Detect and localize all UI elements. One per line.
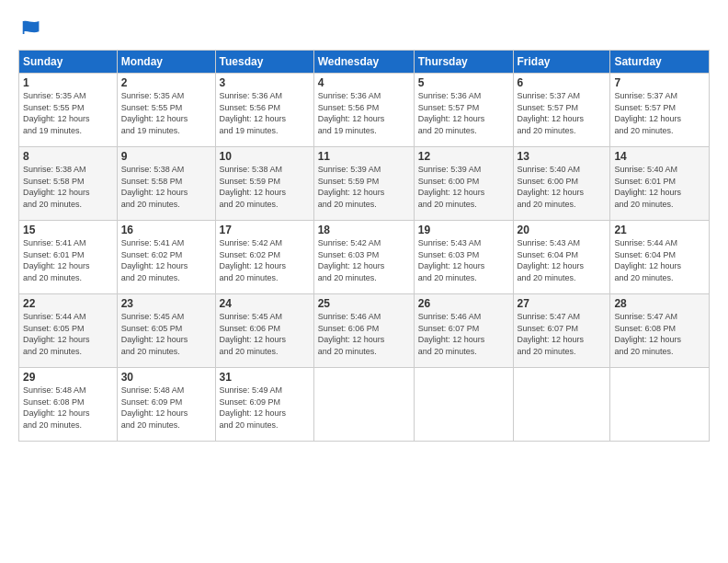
calendar-week-row: 1Sunrise: 5:35 AM Sunset: 5:55 PM Daylig… xyxy=(19,74,710,147)
calendar-header-thursday: Thursday xyxy=(414,51,513,74)
day-info: Sunrise: 5:35 AM Sunset: 5:55 PM Dayligh… xyxy=(23,90,113,136)
day-number: 7 xyxy=(614,76,705,89)
day-number: 11 xyxy=(318,150,410,163)
calendar-day-cell: 6Sunrise: 5:37 AM Sunset: 5:57 PM Daylig… xyxy=(513,74,610,147)
calendar-day-cell: 21Sunrise: 5:44 AM Sunset: 6:04 PM Dayli… xyxy=(610,221,710,294)
day-number: 10 xyxy=(220,150,310,163)
logo xyxy=(18,15,48,40)
day-info: Sunrise: 5:45 AM Sunset: 6:06 PM Dayligh… xyxy=(220,311,310,357)
calendar-header-sunday: Sunday xyxy=(19,51,118,74)
day-info: Sunrise: 5:37 AM Sunset: 5:57 PM Dayligh… xyxy=(518,90,607,136)
day-info: Sunrise: 5:36 AM Sunset: 5:56 PM Dayligh… xyxy=(220,90,310,136)
calendar-day-cell: 23Sunrise: 5:45 AM Sunset: 6:05 PM Dayli… xyxy=(117,294,215,368)
calendar-day-cell: 27Sunrise: 5:47 AM Sunset: 6:07 PM Dayli… xyxy=(513,294,610,368)
day-info: Sunrise: 5:43 AM Sunset: 6:04 PM Dayligh… xyxy=(518,237,607,283)
day-number: 2 xyxy=(121,76,211,89)
calendar-day-cell: 24Sunrise: 5:45 AM Sunset: 6:06 PM Dayli… xyxy=(215,294,313,368)
day-info: Sunrise: 5:36 AM Sunset: 5:56 PM Dayligh… xyxy=(318,90,410,136)
day-number: 8 xyxy=(23,150,113,163)
day-info: Sunrise: 5:39 AM Sunset: 5:59 PM Dayligh… xyxy=(318,164,410,210)
calendar-day-cell: 31Sunrise: 5:49 AM Sunset: 6:09 PM Dayli… xyxy=(215,368,313,442)
day-info: Sunrise: 5:43 AM Sunset: 6:03 PM Dayligh… xyxy=(418,237,509,283)
day-number: 9 xyxy=(121,150,211,163)
logo-icon xyxy=(18,15,44,40)
day-number: 26 xyxy=(418,297,509,310)
calendar-day-cell: 12Sunrise: 5:39 AM Sunset: 6:00 PM Dayli… xyxy=(414,147,513,221)
calendar-day-cell: 19Sunrise: 5:43 AM Sunset: 6:03 PM Dayli… xyxy=(414,221,513,294)
day-number: 31 xyxy=(220,371,310,384)
calendar-header-saturday: Saturday xyxy=(610,51,710,74)
calendar-day-cell: 1Sunrise: 5:35 AM Sunset: 5:55 PM Daylig… xyxy=(19,74,118,147)
calendar-header-wednesday: Wednesday xyxy=(313,51,414,74)
day-info: Sunrise: 5:39 AM Sunset: 6:00 PM Dayligh… xyxy=(418,164,509,210)
day-info: Sunrise: 5:46 AM Sunset: 6:07 PM Dayligh… xyxy=(418,311,509,357)
calendar-header-row: SundayMondayTuesdayWednesdayThursdayFrid… xyxy=(19,51,710,74)
calendar-day-cell: 14Sunrise: 5:40 AM Sunset: 6:01 PM Dayli… xyxy=(610,147,710,221)
calendar-day-cell: 8Sunrise: 5:38 AM Sunset: 5:58 PM Daylig… xyxy=(19,147,118,221)
calendar-day-cell: 22Sunrise: 5:44 AM Sunset: 6:05 PM Dayli… xyxy=(19,294,118,368)
calendar-day-cell: 11Sunrise: 5:39 AM Sunset: 5:59 PM Dayli… xyxy=(313,147,414,221)
calendar-day-cell: 2Sunrise: 5:35 AM Sunset: 5:55 PM Daylig… xyxy=(117,74,215,147)
day-info: Sunrise: 5:48 AM Sunset: 6:09 PM Dayligh… xyxy=(121,385,211,431)
header xyxy=(18,15,710,40)
day-info: Sunrise: 5:36 AM Sunset: 5:57 PM Dayligh… xyxy=(418,90,509,136)
calendar-day-cell: 20Sunrise: 5:43 AM Sunset: 6:04 PM Dayli… xyxy=(513,221,610,294)
day-number: 15 xyxy=(23,224,113,236)
day-number: 24 xyxy=(220,297,310,310)
calendar-week-row: 15Sunrise: 5:41 AM Sunset: 6:01 PM Dayli… xyxy=(19,221,710,294)
day-number: 29 xyxy=(23,371,113,384)
calendar-day-cell: 3Sunrise: 5:36 AM Sunset: 5:56 PM Daylig… xyxy=(215,74,313,147)
calendar-header-monday: Monday xyxy=(117,51,215,74)
day-number: 21 xyxy=(614,224,705,236)
calendar-day-cell: 30Sunrise: 5:48 AM Sunset: 6:09 PM Dayli… xyxy=(117,368,215,442)
day-number: 12 xyxy=(418,150,509,163)
calendar-day-cell: 5Sunrise: 5:36 AM Sunset: 5:57 PM Daylig… xyxy=(414,74,513,147)
calendar-day-cell: 18Sunrise: 5:42 AM Sunset: 6:03 PM Dayli… xyxy=(313,221,414,294)
day-info: Sunrise: 5:46 AM Sunset: 6:06 PM Dayligh… xyxy=(318,311,410,357)
calendar-week-row: 22Sunrise: 5:44 AM Sunset: 6:05 PM Dayli… xyxy=(19,294,710,368)
day-info: Sunrise: 5:42 AM Sunset: 6:02 PM Dayligh… xyxy=(220,237,310,283)
calendar-header-friday: Friday xyxy=(513,51,610,74)
calendar-table: SundayMondayTuesdayWednesdayThursdayFrid… xyxy=(18,50,710,442)
day-number: 3 xyxy=(220,76,310,89)
day-info: Sunrise: 5:35 AM Sunset: 5:55 PM Dayligh… xyxy=(121,90,211,136)
day-info: Sunrise: 5:41 AM Sunset: 6:01 PM Dayligh… xyxy=(23,237,113,283)
day-info: Sunrise: 5:40 AM Sunset: 6:00 PM Dayligh… xyxy=(518,164,607,210)
day-info: Sunrise: 5:38 AM Sunset: 5:59 PM Dayligh… xyxy=(220,164,310,210)
calendar-day-cell: 4Sunrise: 5:36 AM Sunset: 5:56 PM Daylig… xyxy=(313,74,414,147)
day-info: Sunrise: 5:44 AM Sunset: 6:04 PM Dayligh… xyxy=(614,237,705,283)
calendar-day-cell: 15Sunrise: 5:41 AM Sunset: 6:01 PM Dayli… xyxy=(19,221,118,294)
day-number: 20 xyxy=(518,224,607,236)
day-info: Sunrise: 5:41 AM Sunset: 6:02 PM Dayligh… xyxy=(121,237,211,283)
calendar-day-cell: 25Sunrise: 5:46 AM Sunset: 6:06 PM Dayli… xyxy=(313,294,414,368)
day-number: 28 xyxy=(614,297,705,310)
day-info: Sunrise: 5:47 AM Sunset: 6:08 PM Dayligh… xyxy=(614,311,705,357)
day-info: Sunrise: 5:45 AM Sunset: 6:05 PM Dayligh… xyxy=(121,311,211,357)
empty-cell xyxy=(513,368,610,442)
day-number: 6 xyxy=(518,76,607,89)
day-number: 13 xyxy=(518,150,607,163)
calendar-day-cell: 7Sunrise: 5:37 AM Sunset: 5:57 PM Daylig… xyxy=(610,74,710,147)
day-info: Sunrise: 5:38 AM Sunset: 5:58 PM Dayligh… xyxy=(23,164,113,210)
day-info: Sunrise: 5:44 AM Sunset: 6:05 PM Dayligh… xyxy=(23,311,113,357)
day-info: Sunrise: 5:40 AM Sunset: 6:01 PM Dayligh… xyxy=(614,164,705,210)
day-number: 18 xyxy=(318,224,410,236)
day-number: 19 xyxy=(418,224,509,236)
calendar-day-cell: 17Sunrise: 5:42 AM Sunset: 6:02 PM Dayli… xyxy=(215,221,313,294)
day-number: 23 xyxy=(121,297,211,310)
day-number: 30 xyxy=(121,371,211,384)
empty-cell xyxy=(414,368,513,442)
day-info: Sunrise: 5:47 AM Sunset: 6:07 PM Dayligh… xyxy=(518,311,607,357)
calendar-day-cell: 26Sunrise: 5:46 AM Sunset: 6:07 PM Dayli… xyxy=(414,294,513,368)
page: SundayMondayTuesdayWednesdayThursdayFrid… xyxy=(0,0,728,563)
day-info: Sunrise: 5:48 AM Sunset: 6:08 PM Dayligh… xyxy=(23,385,113,431)
day-info: Sunrise: 5:42 AM Sunset: 6:03 PM Dayligh… xyxy=(318,237,410,283)
calendar-week-row: 29Sunrise: 5:48 AM Sunset: 6:08 PM Dayli… xyxy=(19,368,710,442)
day-number: 16 xyxy=(121,224,211,236)
calendar-day-cell: 13Sunrise: 5:40 AM Sunset: 6:00 PM Dayli… xyxy=(513,147,610,221)
calendar-day-cell: 10Sunrise: 5:38 AM Sunset: 5:59 PM Dayli… xyxy=(215,147,313,221)
day-number: 5 xyxy=(418,76,509,89)
day-number: 1 xyxy=(23,76,113,89)
calendar-header-tuesday: Tuesday xyxy=(215,51,313,74)
day-info: Sunrise: 5:38 AM Sunset: 5:58 PM Dayligh… xyxy=(121,164,211,210)
